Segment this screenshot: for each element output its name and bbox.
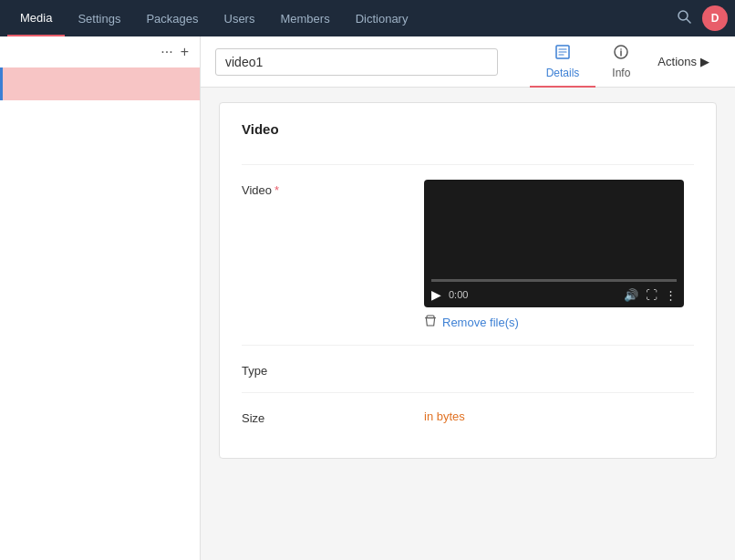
video-field-row: Video* ▶ 0:00 🔊 ⛶ ⋮ (242, 164, 694, 345)
actions-button[interactable]: Actions ▶ (647, 47, 720, 76)
sidebar-more-button[interactable]: ··· (160, 44, 172, 60)
avatar[interactable]: D (702, 5, 728, 31)
nav-item-packages[interactable]: Packages (133, 0, 211, 36)
tab-info[interactable]: Info (595, 36, 647, 87)
svg-point-5 (621, 48, 623, 50)
form-section-title: Video (242, 121, 694, 146)
svg-line-1 (687, 19, 690, 23)
nav-item-members[interactable]: Members (267, 0, 342, 36)
nav-item-settings[interactable]: Settings (65, 0, 133, 36)
nav-item-media[interactable]: Media (7, 0, 65, 36)
size-label: Size (242, 408, 424, 425)
volume-icon[interactable]: 🔊 (624, 288, 638, 302)
size-field: in bytes (424, 408, 694, 424)
video-label: Video* (242, 180, 424, 197)
nav-items: Media Settings Packages Users Members Di… (7, 0, 673, 36)
type-field-row: Type (242, 345, 694, 392)
content-area: Details Info Actions ▶ (201, 36, 735, 560)
sidebar-selected-item[interactable] (0, 67, 200, 100)
size-value: in bytes (424, 410, 465, 423)
remove-files-label: Remove file(s) (442, 316, 519, 329)
trash-icon (424, 315, 437, 330)
type-label: Type (242, 360, 424, 378)
video-field: ▶ 0:00 🔊 ⛶ ⋮ (424, 180, 694, 330)
time-display: 0:00 (449, 289, 468, 300)
info-tab-icon (613, 44, 629, 65)
play-button[interactable]: ▶ (431, 287, 441, 302)
video-player[interactable]: ▶ 0:00 🔊 ⛶ ⋮ (424, 180, 684, 307)
nav-right: D (673, 5, 728, 31)
details-tab-icon (554, 44, 571, 65)
video-controls: ▶ 0:00 🔊 ⛶ ⋮ (424, 282, 684, 307)
tab-details[interactable]: Details (530, 36, 596, 87)
svg-rect-6 (425, 317, 436, 318)
sidebar: ··· + (0, 36, 201, 560)
nav-item-dictionary[interactable]: Dictionary (343, 0, 421, 36)
sidebar-selection-indicator (0, 67, 3, 100)
more-options-icon[interactable]: ⋮ (665, 288, 677, 302)
title-input[interactable] (215, 48, 498, 76)
search-icon[interactable] (673, 5, 695, 31)
video-progress-bar (431, 279, 677, 282)
actions-arrow-icon: ▶ (700, 55, 709, 68)
content-tabs: Details Info Actions ▶ (530, 36, 720, 87)
top-navigation: Media Settings Packages Users Members Di… (0, 0, 735, 36)
required-indicator: * (274, 183, 279, 197)
form-container: Video Video* ▶ 0:00 (201, 88, 735, 473)
sidebar-add-button[interactable]: + (181, 44, 189, 60)
content-header: Details Info Actions ▶ (201, 36, 735, 88)
tab-info-label: Info (612, 67, 630, 79)
nav-item-users[interactable]: Users (212, 0, 268, 36)
fullscreen-icon[interactable]: ⛶ (646, 288, 657, 302)
actions-label: Actions (657, 55, 697, 68)
main-layout: ··· + Details (0, 36, 735, 560)
sidebar-toolbar: ··· + (0, 36, 200, 67)
tab-details-label: Details (546, 67, 580, 79)
remove-files-row[interactable]: Remove file(s) (424, 315, 694, 330)
form-card: Video Video* ▶ 0:00 (219, 102, 717, 459)
size-field-row: Size in bytes (242, 392, 694, 440)
